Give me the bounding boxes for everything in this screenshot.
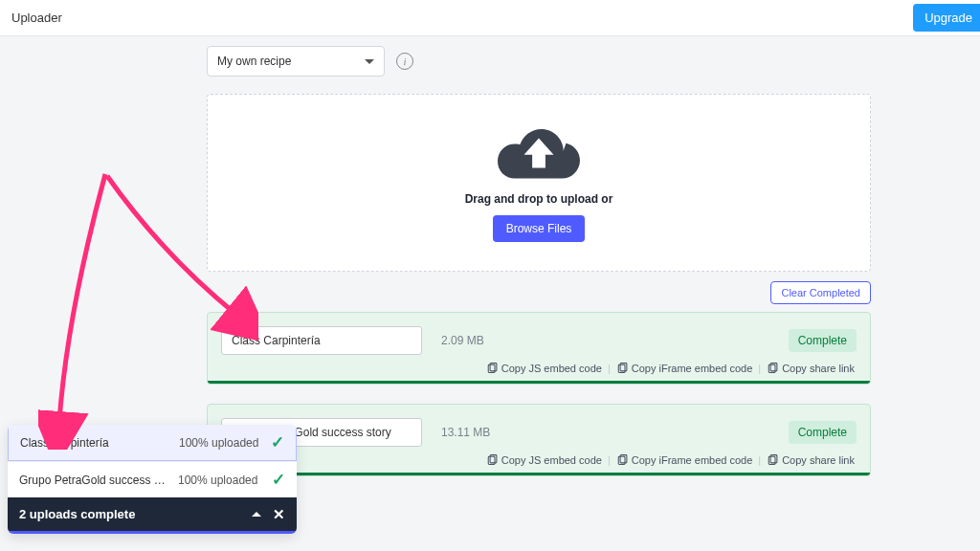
check-icon: ✓ xyxy=(272,470,285,490)
chevron-down-icon xyxy=(365,59,374,64)
browse-files-button[interactable]: Browse Files xyxy=(493,215,586,242)
close-icon[interactable]: ✕ xyxy=(273,507,285,521)
copy-share-link-button[interactable]: Copy share link xyxy=(765,363,857,374)
upload-card: 13.11 MB Complete Copy JS embed code | C… xyxy=(207,404,871,476)
recipe-select[interactable]: My own recipe xyxy=(207,46,385,77)
topbar: Uploader Upgrade xyxy=(0,0,980,36)
upload-card: 2.09 MB Complete Copy JS embed code | Co… xyxy=(207,312,871,385)
toast-row: Grupo PetraGold success sto… 100% upload… xyxy=(8,461,297,497)
toast-summary-bar: 2 uploads complete ✕ xyxy=(8,497,297,531)
copy-icon xyxy=(767,363,778,374)
cloud-upload-icon xyxy=(498,123,580,183)
copy-share-link-button[interactable]: Copy share link xyxy=(765,454,857,466)
clear-completed-button[interactable]: Clear Completed xyxy=(770,281,871,304)
chevron-up-icon[interactable] xyxy=(252,512,261,517)
copy-js-embed-button[interactable]: Copy JS embed code xyxy=(484,454,604,466)
recipe-selected-label: My own recipe xyxy=(217,55,291,68)
toast-item-pct: 100% uploaded xyxy=(179,436,263,450)
upload-toast: Class Carpintería 100% uploaded ✓ Grupo … xyxy=(8,425,297,534)
check-icon: ✓ xyxy=(271,432,284,452)
toast-row: Class Carpintería 100% uploaded ✓ xyxy=(8,425,297,461)
copy-iframe-embed-button[interactable]: Copy iFrame embed code xyxy=(614,363,755,374)
status-badge: Complete xyxy=(789,421,857,444)
status-badge: Complete xyxy=(789,329,857,352)
toast-item-name: Grupo PetraGold success sto… xyxy=(19,474,170,487)
copy-icon xyxy=(616,363,628,374)
info-icon[interactable]: i xyxy=(396,53,413,70)
copy-iframe-embed-button[interactable]: Copy iFrame embed code xyxy=(614,454,755,466)
copy-icon xyxy=(767,454,778,466)
copy-icon xyxy=(486,363,498,374)
toast-progress-bar xyxy=(8,531,297,534)
upload-size: 13.11 MB xyxy=(441,426,490,439)
toast-item-name: Class Carpintería xyxy=(20,436,171,450)
upgrade-button[interactable]: Upgrade xyxy=(913,4,980,32)
dropzone[interactable]: Drag and drop to upload or Browse Files xyxy=(207,94,871,272)
copy-icon xyxy=(486,454,498,466)
upload-name-input[interactable] xyxy=(221,326,422,355)
copy-icon xyxy=(616,454,628,466)
copy-js-embed-button[interactable]: Copy JS embed code xyxy=(484,363,604,374)
toast-summary-text: 2 uploads complete xyxy=(19,507,135,521)
upload-size: 2.09 MB xyxy=(441,334,484,347)
page-title: Uploader xyxy=(11,11,62,25)
toast-item-pct: 100% uploaded xyxy=(178,474,264,487)
dropzone-hint: Drag and drop to upload or xyxy=(465,192,613,206)
